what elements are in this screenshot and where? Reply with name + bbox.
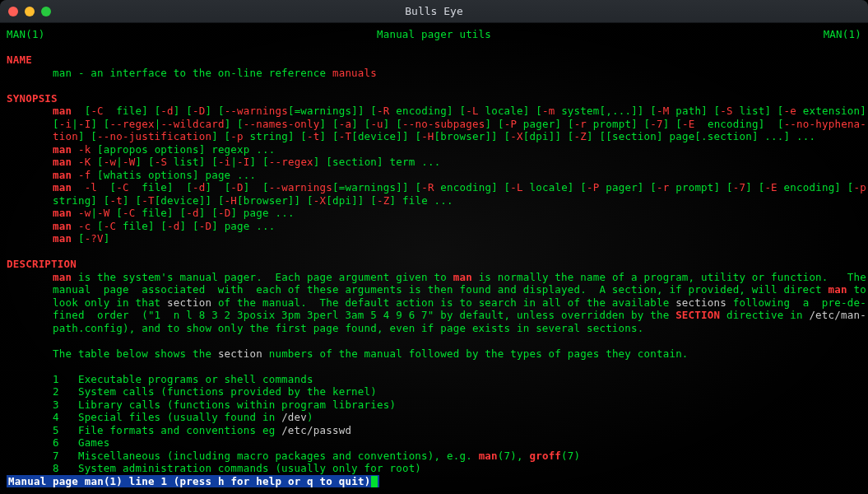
window-titlebar: Bulls Eye <box>0 0 868 23</box>
synopsis-line-7: man -l [-C file] [-d] [-D] [--warnings[=… <box>7 181 861 194</box>
synopsis-line-5: man -K [-w|-W] [-S list] [-i|-I] [--rege… <box>7 156 861 169</box>
desc-line-5: path.config), and to show only the first… <box>7 322 861 335</box>
synopsis-line-11: man [-?V] <box>7 232 861 245</box>
window-title: Bulls Eye <box>0 5 868 17</box>
terminal-window: Bulls Eye MAN(1) Manual pager utils MAN(… <box>0 0 868 494</box>
synopsis-line-3: tion] [--no-justification] [-p string] [… <box>7 130 861 143</box>
header-left: MAN(1) <box>7 28 44 41</box>
table-row: 4 Special files (usually found in /dev) <box>7 411 861 424</box>
section-table: 1 Executable programs or shell commands2… <box>7 373 861 475</box>
synopsis-line-10: man -c [-C file] [-d] [-D] page ... <box>7 220 861 233</box>
synopsis-line-1: man [-C file] [-d] [-D] [--warnings[=war… <box>7 105 861 118</box>
table-row: 7 Miscellaneous (including macro package… <box>7 450 861 463</box>
desc-line-1: man is the system's manual pager. Each p… <box>7 271 861 284</box>
man-header: MAN(1) Manual pager utils MAN(1) <box>7 28 861 41</box>
table-row: 1 Executable programs or shell commands <box>7 373 861 386</box>
synopsis-line-6: man -f [whatis options] page ... <box>7 169 861 182</box>
header-center: Manual pager utils <box>44 28 823 41</box>
maximize-icon[interactable] <box>41 7 51 16</box>
section-synopsis: SYNOPSIS <box>7 92 861 105</box>
cursor-icon <box>371 476 378 487</box>
synopsis-line-9: man -w|-W [-C file] [-d] [-D] page ... <box>7 207 861 220</box>
section-description: DESCRIPTION <box>7 258 861 271</box>
traffic-lights <box>8 7 51 16</box>
section-name: NAME <box>7 54 861 67</box>
synopsis-line-8: string] [-t] [-T[device]] [-H[browser]] … <box>7 194 861 207</box>
close-icon[interactable] <box>8 7 18 16</box>
desc-line-3: look only in that section of the manual.… <box>7 296 861 310</box>
table-row: 5 File formats and conventions eg /etc/p… <box>7 424 861 437</box>
minimize-icon[interactable] <box>25 7 35 16</box>
desc-line-6: The table below shows the section number… <box>7 347 861 361</box>
table-row: 8 System administration commands (usuall… <box>7 462 861 475</box>
header-right: MAN(1) <box>824 28 861 41</box>
synopsis-line-4: man -k [apropos options] regexp ... <box>7 143 861 156</box>
name-line-hl: manuals <box>332 67 377 79</box>
table-row: 6 Games <box>7 436 861 450</box>
terminal-viewport[interactable]: MAN(1) Manual pager utils MAN(1) NAME ma… <box>0 23 868 494</box>
table-row: 3 Library calls (functions within progra… <box>7 398 861 412</box>
desc-line-2: manual page associated with each of thes… <box>7 283 861 296</box>
synopsis-line-2: [-i|-I] [--regex|--wildcard] [--names-on… <box>7 118 861 131</box>
name-line-text: man - an interface to the on-line refere… <box>53 67 332 79</box>
table-row: 2 System calls (functions provided by th… <box>7 385 861 398</box>
desc-line-4: fined order ("1 n l 8 3 2 3posix 3pm 3pe… <box>7 309 861 322</box>
pager-status: Manual page man(1) line 1 (press h for h… <box>7 475 379 488</box>
